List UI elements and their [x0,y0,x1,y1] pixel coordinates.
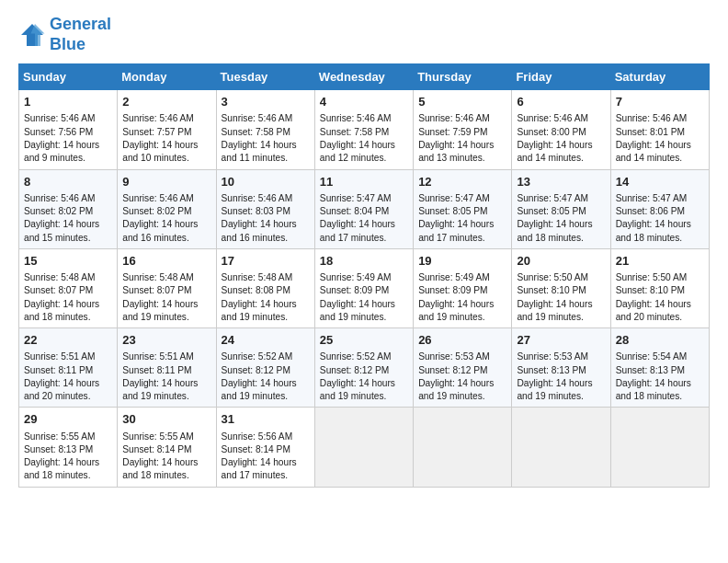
calendar-cell: 9Sunrise: 5:46 AMSunset: 8:02 PMDaylight… [118,169,216,248]
calendar-cell: 16Sunrise: 5:48 AMSunset: 8:07 PMDayligh… [118,248,216,327]
calendar-cell: 19Sunrise: 5:49 AMSunset: 8:09 PMDayligh… [414,248,512,327]
calendar-cell: 31Sunrise: 5:56 AMSunset: 8:14 PMDayligh… [216,408,314,487]
day-number: 9 [122,174,210,190]
day-number: 26 [418,332,506,349]
cell-content: 17Sunrise: 5:48 AMSunset: 8:08 PMDayligh… [222,253,310,324]
cell-content: 31Sunrise: 5:56 AMSunset: 8:14 PMDayligh… [222,411,310,482]
cell-content: 16Sunrise: 5:48 AMSunset: 8:07 PMDayligh… [122,253,210,324]
cell-content: 28Sunrise: 5:54 AMSunset: 8:13 PMDayligh… [616,332,704,403]
cell-content: 10Sunrise: 5:46 AMSunset: 8:03 PMDayligh… [222,174,310,245]
cell-content: 4Sunrise: 5:46 AMSunset: 7:58 PMDaylight… [320,94,408,165]
calendar-cell: 10Sunrise: 5:46 AMSunset: 8:03 PMDayligh… [216,169,314,248]
calendar-cell: 5Sunrise: 5:46 AMSunset: 7:59 PMDaylight… [414,90,512,169]
day-number: 29 [24,411,112,428]
calendar-header-saturday: Saturday [610,64,709,90]
day-number: 25 [320,332,408,349]
day-number: 27 [517,332,605,349]
calendar-cell: 25Sunrise: 5:52 AMSunset: 8:12 PMDayligh… [314,328,413,408]
calendar-header-friday: Friday [512,64,610,90]
cell-content: 9Sunrise: 5:46 AMSunset: 8:02 PMDaylight… [122,174,210,245]
cell-content: 8Sunrise: 5:46 AMSunset: 8:02 PMDaylight… [24,174,112,245]
cell-content: 23Sunrise: 5:51 AMSunset: 8:11 PMDayligh… [122,332,210,403]
cell-content: 18Sunrise: 5:49 AMSunset: 8:09 PMDayligh… [320,253,408,324]
cell-content: 24Sunrise: 5:52 AMSunset: 8:12 PMDayligh… [222,332,310,403]
cell-content: 19Sunrise: 5:49 AMSunset: 8:09 PMDayligh… [418,253,506,324]
logo-text: GeneralBlue [50,15,111,54]
page-header: GeneralBlue [18,15,710,54]
cell-content: 26Sunrise: 5:53 AMSunset: 8:12 PMDayligh… [418,332,506,403]
cell-content: 7Sunrise: 5:46 AMSunset: 8:01 PMDaylight… [616,94,704,165]
day-number: 14 [616,174,704,190]
calendar-cell: 15Sunrise: 5:48 AMSunset: 8:07 PMDayligh… [19,248,118,327]
cell-content: 3Sunrise: 5:46 AMSunset: 7:58 PMDaylight… [222,94,310,165]
calendar-cell: 7Sunrise: 5:46 AMSunset: 8:01 PMDaylight… [610,90,709,169]
calendar-week-row: 1Sunrise: 5:46 AMSunset: 7:56 PMDaylight… [19,90,710,169]
day-number: 1 [24,94,112,110]
cell-content: 22Sunrise: 5:51 AMSunset: 8:11 PMDayligh… [24,332,112,403]
calendar-cell [512,408,610,487]
calendar-cell: 30Sunrise: 5:55 AMSunset: 8:14 PMDayligh… [118,408,216,487]
calendar-cell: 28Sunrise: 5:54 AMSunset: 8:13 PMDayligh… [610,328,709,408]
cell-content: 27Sunrise: 5:53 AMSunset: 8:13 PMDayligh… [517,332,605,403]
calendar-cell: 18Sunrise: 5:49 AMSunset: 8:09 PMDayligh… [314,248,413,327]
day-number: 11 [320,174,408,190]
calendar-cell [314,408,413,487]
day-number: 6 [517,94,605,110]
calendar-cell: 23Sunrise: 5:51 AMSunset: 8:11 PMDayligh… [118,328,216,408]
calendar-cell: 12Sunrise: 5:47 AMSunset: 8:05 PMDayligh… [414,169,512,248]
calendar-week-row: 15Sunrise: 5:48 AMSunset: 8:07 PMDayligh… [19,248,710,327]
cell-content: 30Sunrise: 5:55 AMSunset: 8:14 PMDayligh… [122,411,210,482]
day-number: 15 [24,253,112,270]
calendar-header-wednesday: Wednesday [314,64,413,90]
calendar-cell: 14Sunrise: 5:47 AMSunset: 8:06 PMDayligh… [610,169,709,248]
calendar-header-tuesday: Tuesday [216,64,314,90]
day-number: 19 [418,253,506,270]
calendar-cell: 3Sunrise: 5:46 AMSunset: 7:58 PMDaylight… [216,90,314,169]
day-number: 22 [24,332,112,349]
cell-content: 25Sunrise: 5:52 AMSunset: 8:12 PMDayligh… [320,332,408,403]
calendar-cell: 6Sunrise: 5:46 AMSunset: 8:00 PMDaylight… [512,90,610,169]
calendar-header-monday: Monday [118,64,216,90]
cell-content: 21Sunrise: 5:50 AMSunset: 8:10 PMDayligh… [616,253,704,324]
day-number: 30 [122,411,210,428]
cell-content: 2Sunrise: 5:46 AMSunset: 7:57 PMDaylight… [122,94,210,165]
calendar-week-row: 29Sunrise: 5:55 AMSunset: 8:13 PMDayligh… [19,408,710,487]
calendar-cell: 26Sunrise: 5:53 AMSunset: 8:12 PMDayligh… [414,328,512,408]
cell-content: 13Sunrise: 5:47 AMSunset: 8:05 PMDayligh… [517,174,605,245]
day-number: 16 [122,253,210,270]
day-number: 17 [222,253,310,270]
day-number: 18 [320,253,408,270]
calendar-header-row: SundayMondayTuesdayWednesdayThursdayFrid… [19,64,710,90]
day-number: 13 [517,174,605,190]
calendar-header-sunday: Sunday [19,64,118,90]
day-number: 28 [616,332,704,349]
day-number: 31 [222,411,310,428]
day-number: 8 [24,174,112,190]
calendar-cell [610,408,709,487]
day-number: 21 [616,253,704,270]
cell-content: 14Sunrise: 5:47 AMSunset: 8:06 PMDayligh… [616,174,704,245]
logo-icon [18,21,46,49]
calendar-cell: 24Sunrise: 5:52 AMSunset: 8:12 PMDayligh… [216,328,314,408]
calendar-week-row: 8Sunrise: 5:46 AMSunset: 8:02 PMDaylight… [19,169,710,248]
calendar-cell [414,408,512,487]
calendar-cell: 13Sunrise: 5:47 AMSunset: 8:05 PMDayligh… [512,169,610,248]
logo: GeneralBlue [18,15,111,54]
calendar-cell: 27Sunrise: 5:53 AMSunset: 8:13 PMDayligh… [512,328,610,408]
calendar-cell: 29Sunrise: 5:55 AMSunset: 8:13 PMDayligh… [19,408,118,487]
cell-content: 6Sunrise: 5:46 AMSunset: 8:00 PMDaylight… [517,94,605,165]
cell-content: 15Sunrise: 5:48 AMSunset: 8:07 PMDayligh… [24,253,112,324]
day-number: 5 [418,94,506,110]
day-number: 3 [222,94,310,110]
calendar-cell: 1Sunrise: 5:46 AMSunset: 7:56 PMDaylight… [19,90,118,169]
day-number: 4 [320,94,408,110]
day-number: 2 [122,94,210,110]
day-number: 20 [517,253,605,270]
day-number: 12 [418,174,506,190]
calendar-body: 1Sunrise: 5:46 AMSunset: 7:56 PMDaylight… [19,90,710,488]
day-number: 10 [222,174,310,190]
calendar-cell: 17Sunrise: 5:48 AMSunset: 8:08 PMDayligh… [216,248,314,327]
calendar-cell: 4Sunrise: 5:46 AMSunset: 7:58 PMDaylight… [314,90,413,169]
calendar-cell: 11Sunrise: 5:47 AMSunset: 8:04 PMDayligh… [314,169,413,248]
calendar-week-row: 22Sunrise: 5:51 AMSunset: 8:11 PMDayligh… [19,328,710,408]
